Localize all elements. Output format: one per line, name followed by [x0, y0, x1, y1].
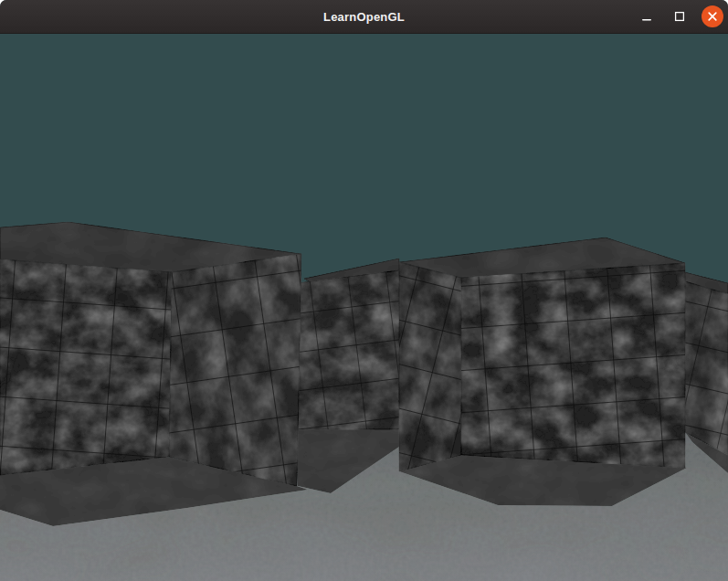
minimize-button[interactable]	[636, 5, 658, 27]
minimize-glyph	[642, 19, 651, 21]
right-cube-front-face-grid	[461, 263, 685, 468]
close-button[interactable]	[702, 5, 723, 27]
app-window: LearnOpenGL	[0, 0, 728, 581]
center-cube-front-face-grid	[296, 270, 399, 429]
left-cube-front-right-face-grid	[169, 254, 301, 486]
maximize-icon	[672, 9, 687, 24]
maximize-button[interactable]	[669, 5, 691, 27]
window-title: LearnOpenGL	[0, 0, 728, 34]
left-cube-front-left-face-grid	[0, 259, 172, 475]
close-icon	[702, 5, 723, 27]
window-controls	[636, 5, 728, 27]
maximize-glyph	[676, 13, 684, 21]
right-cube-left-face-grid	[399, 262, 461, 471]
far-right-cube-front-face-grid	[685, 281, 728, 455]
titlebar[interactable]: LearnOpenGL	[0, 0, 728, 34]
minimize-icon	[639, 9, 654, 24]
opengl-viewport[interactable]	[0, 34, 728, 581]
